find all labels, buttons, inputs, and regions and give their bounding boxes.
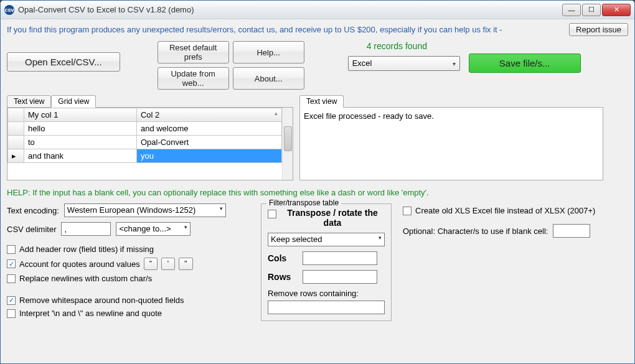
help-button[interactable]: Help...	[233, 41, 304, 63]
output-format-select[interactable]: Excel	[348, 56, 460, 71]
maximize-button[interactable]: ☐	[582, 4, 601, 16]
quote-double-button[interactable]: "	[144, 258, 158, 270]
options-area: Text encoding: Western European (Windows…	[7, 203, 628, 321]
vertical-scrollbar[interactable]	[282, 108, 293, 180]
table-row[interactable]: ▸ and thank you	[8, 149, 282, 163]
table-row[interactable]: to Opal-Convert	[8, 136, 282, 149]
transpose-label: Transpose / rotate the data	[280, 208, 385, 228]
grid-header-col2[interactable]: Col 2	[136, 108, 281, 122]
input-panel: Text view Grid view My col 1 Col 2 hello	[7, 95, 293, 180]
row-selector[interactable]	[8, 136, 24, 149]
toolbar-middle-buttons: Reset default prefs Help... Update from …	[158, 41, 304, 90]
grid-header-col1[interactable]: My col 1	[24, 108, 137, 122]
app-window: csv Opal-Convert CSV to Excel to CSV v1.…	[0, 0, 635, 364]
replace-newlines-label: Replace newlines with custom char/s	[19, 274, 152, 283]
grid-cell[interactable]: Opal-Convert	[136, 136, 281, 149]
add-header-checkbox[interactable]	[7, 245, 16, 254]
table-row[interactable]: hello and welcome	[8, 122, 282, 136]
tab-output-text-view[interactable]: Text view	[299, 95, 344, 108]
open-file-button[interactable]: Open Excel/CSV...	[7, 52, 120, 72]
records-found-label: 4 records found	[367, 41, 581, 51]
tab-grid-view[interactable]: Grid view	[51, 95, 96, 108]
tab-text-view[interactable]: Text view	[7, 95, 51, 108]
remove-rows-label: Remove rows containing:	[268, 289, 385, 298]
app-icon: csv	[4, 5, 14, 15]
content-area: If you find this program produces any un…	[1, 19, 634, 363]
keep-selected-select[interactable]: Keep selected	[268, 233, 385, 246]
replace-newlines-checkbox[interactable]	[7, 274, 16, 283]
main-panels: Text view Grid view My col 1 Col 2 hello	[7, 95, 628, 180]
grid-corner[interactable]	[8, 108, 24, 122]
remove-rows-input[interactable]	[268, 301, 385, 314]
row-selector[interactable]	[8, 122, 24, 136]
encoding-label: Text encoding:	[7, 206, 59, 215]
interpret-escape-checkbox[interactable]	[7, 309, 16, 318]
rows-label: Rows	[268, 272, 298, 282]
change-to-select[interactable]: <change to...>	[116, 222, 190, 236]
blank-cell-input[interactable]	[553, 224, 590, 238]
grid-cell[interactable]: to	[24, 136, 137, 149]
grid-header-row: My col 1 Col 2	[8, 108, 282, 122]
transpose-checkbox[interactable]	[268, 210, 276, 218]
toolbar: Open Excel/CSV... Reset default prefs He…	[7, 41, 628, 90]
output-text-area[interactable]: Excel file processed - ready to save.	[299, 107, 603, 180]
help-text: HELP: If the input has a blank cell, you…	[7, 188, 628, 197]
output-panel: Text view Excel file processed - ready t…	[299, 95, 603, 180]
right-options-column: Create old XLS Excel file instead of XLS…	[403, 203, 628, 321]
remove-whitespace-checkbox[interactable]: ✓	[7, 296, 16, 305]
reset-prefs-button[interactable]: Reset default prefs	[158, 41, 229, 63]
quote-double2-button[interactable]: ''	[179, 258, 193, 270]
blank-cell-label: Optional: Character/s to use if blank ce…	[403, 226, 548, 236]
row-selector-active[interactable]: ▸	[8, 149, 24, 163]
banner-message: If you find this program produces any un…	[7, 25, 569, 34]
filter-fieldset: Filter/transpose table Transpose / rotat…	[261, 203, 392, 321]
save-file-button[interactable]: Save file/s...	[469, 54, 581, 73]
rows-input[interactable]	[303, 270, 377, 284]
left-options-column: Text encoding: Western European (Windows…	[7, 203, 250, 321]
delimiter-label: CSV delimiter	[7, 225, 56, 234]
grid-cell-selected[interactable]: you	[136, 149, 281, 163]
filter-legend: Filter/transpose table	[266, 198, 341, 207]
create-old-xls-label: Create old XLS Excel file instead of XLS…	[415, 206, 595, 215]
cols-input[interactable]	[303, 251, 377, 265]
cols-label: Cols	[268, 253, 298, 263]
about-button[interactable]: About...	[233, 67, 304, 90]
grid-cell[interactable]: and thank	[24, 149, 137, 163]
grid-cell[interactable]: and welcome	[136, 122, 281, 136]
filter-column: Filter/transpose table Transpose / rotat…	[261, 203, 392, 321]
quote-single-button[interactable]: '	[161, 258, 175, 270]
window-title: Opal-Convert CSV to Excel to CSV v1.82 (…	[18, 5, 562, 14]
account-quotes-label: Account for quotes around values	[19, 259, 140, 269]
create-old-xls-checkbox[interactable]	[403, 207, 412, 215]
close-button[interactable]: ✕	[602, 4, 631, 16]
account-quotes-checkbox[interactable]: ✓	[7, 259, 16, 268]
window-controls: — ☐ ✕	[562, 4, 631, 16]
grid-cell[interactable]: hello	[24, 122, 137, 136]
interpret-escape-label: Interpret '\n and \" as newline and quot…	[19, 309, 162, 318]
update-web-button[interactable]: Update from web...	[158, 67, 229, 90]
data-grid[interactable]: My col 1 Col 2 hello and welcome to Opal…	[7, 108, 282, 163]
encoding-select[interactable]: Western European (Windows-1252)	[64, 203, 226, 217]
grid-view-body[interactable]: My col 1 Col 2 hello and welcome to Opal…	[7, 107, 293, 180]
minimize-button[interactable]: —	[562, 4, 581, 16]
titlebar: csv Opal-Convert CSV to Excel to CSV v1.…	[1, 1, 634, 19]
remove-whitespace-label: Remove whitespace around non-quoted fiel…	[19, 296, 184, 305]
delimiter-input[interactable]	[61, 222, 111, 236]
info-banner: If you find this program produces any un…	[7, 23, 628, 36]
add-header-label: Add header row (field titles) if missing	[19, 245, 154, 254]
report-issue-button[interactable]: Report issue	[569, 23, 628, 36]
